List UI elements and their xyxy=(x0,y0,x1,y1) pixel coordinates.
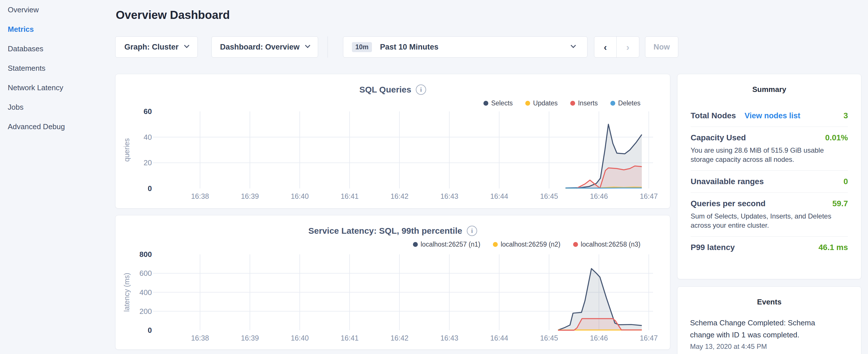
svg-text:16:42: 16:42 xyxy=(391,334,409,342)
capacity-used-label: Capacity Used xyxy=(691,133,746,142)
page-title: Overview Dashboard xyxy=(116,9,230,22)
sidebar-item-metrics[interactable]: Metrics xyxy=(0,20,115,39)
summary-row-capacity: Capacity Used 0.01% xyxy=(691,133,848,142)
chevron-down-icon xyxy=(570,43,576,48)
capacity-used-caption: You are using 28.6 MiB of 515.9 GiB usab… xyxy=(691,146,848,164)
svg-text:16:38: 16:38 xyxy=(191,334,209,342)
svg-text:16:39: 16:39 xyxy=(241,334,259,342)
svg-text:60: 60 xyxy=(144,107,152,116)
divider xyxy=(691,192,848,193)
svg-text:queries: queries xyxy=(123,138,131,162)
now-button[interactable]: Now xyxy=(645,36,678,58)
svg-text:40: 40 xyxy=(144,133,152,141)
service-latency-chart[interactable]: 16:3816:3916:4016:4116:4216:4316:4416:45… xyxy=(116,215,670,349)
dashboard-dropdown[interactable]: Dashboard: Overview xyxy=(212,36,318,58)
view-nodes-list-link[interactable]: View nodes list xyxy=(744,111,800,120)
unavailable-ranges-value: 0 xyxy=(843,177,848,186)
svg-text:200: 200 xyxy=(140,307,152,316)
graph-scope-dropdown[interactable]: Graph: Cluster xyxy=(115,36,198,58)
queries-per-second-value: 59.7 xyxy=(833,199,848,208)
sidebar: Overview Metrics Databases Statements Ne… xyxy=(0,0,115,354)
divider xyxy=(691,127,848,127)
time-range-badge: 10m xyxy=(352,42,372,52)
time-range-selector[interactable]: 10m Past 10 Minutes xyxy=(343,36,587,58)
summary-panel: Summary Total Nodes View nodes list 3 Ca… xyxy=(677,74,861,279)
svg-text:16:40: 16:40 xyxy=(291,192,309,200)
svg-text:16:44: 16:44 xyxy=(490,192,508,200)
total-nodes-label: Total Nodes xyxy=(691,111,736,120)
svg-text:16:44: 16:44 xyxy=(490,334,508,342)
dashboard-label: Dashboard: Overview xyxy=(220,43,300,52)
svg-text:16:46: 16:46 xyxy=(590,334,608,342)
chevron-down-icon xyxy=(184,43,189,48)
svg-text:latency (ms): latency (ms) xyxy=(123,273,131,312)
chevron-down-icon xyxy=(305,43,310,48)
sidebar-item-advanced-debug[interactable]: Advanced Debug xyxy=(0,117,115,136)
sidebar-item-overview[interactable]: Overview xyxy=(0,0,115,20)
time-step-buttons: ‹ › xyxy=(594,36,639,58)
service-latency-chart-panel: Service Latency: SQL, 99th percentile i … xyxy=(115,215,670,350)
svg-text:16:40: 16:40 xyxy=(291,334,309,342)
queries-per-second-label: Queries per second xyxy=(691,199,766,208)
events-panel: Events Schema Change Completed: Schema c… xyxy=(677,286,861,354)
summary-row-total-nodes: Total Nodes View nodes list 3 xyxy=(691,111,848,120)
time-range-label: Past 10 Minutes xyxy=(380,43,438,52)
queries-per-second-caption: Sum of Selects, Updates, Inserts, and De… xyxy=(691,212,848,230)
sidebar-item-jobs[interactable]: Jobs xyxy=(0,97,115,117)
svg-text:16:47: 16:47 xyxy=(640,334,658,342)
svg-text:16:38: 16:38 xyxy=(191,192,209,200)
p99-latency-value: 46.1 ms xyxy=(818,243,848,252)
summary-row-unavailable-ranges: Unavailable ranges 0 xyxy=(691,177,848,186)
event-message[interactable]: Schema Change Completed: Schema change w… xyxy=(690,317,831,341)
svg-text:16:43: 16:43 xyxy=(440,192,459,200)
svg-text:16:46: 16:46 xyxy=(590,192,608,200)
capacity-used-value: 0.01% xyxy=(825,133,848,142)
sidebar-item-statements[interactable]: Statements xyxy=(0,58,115,78)
svg-text:16:43: 16:43 xyxy=(440,334,459,342)
svg-text:400: 400 xyxy=(140,288,152,297)
graph-scope-label: Graph: Cluster xyxy=(124,43,179,52)
summary-title: Summary xyxy=(677,85,861,94)
summary-row-p99: P99 latency 46.1 ms xyxy=(691,243,848,252)
svg-text:16:39: 16:39 xyxy=(241,192,259,200)
unavailable-ranges-label: Unavailable ranges xyxy=(691,177,764,186)
sidebar-item-databases[interactable]: Databases xyxy=(0,39,115,58)
events-title: Events xyxy=(677,297,861,307)
svg-text:16:42: 16:42 xyxy=(391,192,409,200)
p99-latency-label: P99 latency xyxy=(691,243,735,252)
svg-text:800: 800 xyxy=(140,250,152,259)
sql-queries-chart-panel: SQL Queries i SelectsUpdatesInsertsDelet… xyxy=(115,74,670,208)
svg-text:0: 0 xyxy=(148,184,152,193)
sidebar-item-network-latency[interactable]: Network Latency xyxy=(0,78,115,97)
summary-row-qps: Queries per second 59.7 xyxy=(691,199,848,208)
time-step-back-button[interactable]: ‹ xyxy=(594,37,617,57)
svg-text:600: 600 xyxy=(140,269,152,278)
sql-queries-chart[interactable]: 16:3816:3916:4016:4116:4216:4316:4416:45… xyxy=(116,74,670,208)
svg-text:16:45: 16:45 xyxy=(540,334,558,342)
divider xyxy=(691,170,848,171)
svg-text:16:41: 16:41 xyxy=(341,192,359,200)
svg-text:16:41: 16:41 xyxy=(341,334,359,342)
time-step-forward-button[interactable]: › xyxy=(617,37,639,57)
svg-text:20: 20 xyxy=(144,158,152,167)
svg-text:16:47: 16:47 xyxy=(640,192,658,200)
svg-text:16:45: 16:45 xyxy=(540,192,558,200)
event-timestamp: May 13, 2020 at 4:45 PM xyxy=(690,343,848,351)
controls-divider xyxy=(328,36,328,58)
svg-text:0: 0 xyxy=(148,326,152,334)
total-nodes-value: 3 xyxy=(843,111,848,120)
